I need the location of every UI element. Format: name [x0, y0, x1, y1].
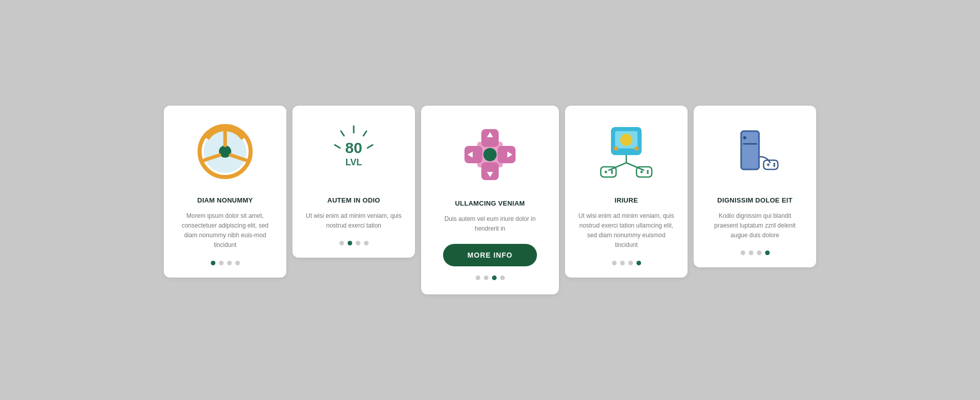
- dot: [211, 261, 215, 265]
- dot: [749, 251, 753, 255]
- svg-line-8: [368, 145, 373, 148]
- card-5-title: DIGNISSIM DOLOE EIT: [717, 196, 792, 204]
- svg-point-27: [634, 146, 639, 151]
- svg-point-35: [611, 172, 613, 174]
- card-2-text: Ut wisi enim ad minim veniam, quis nostr…: [305, 211, 403, 231]
- card-1-dots: [211, 261, 240, 265]
- svg-point-26: [614, 146, 618, 151]
- card-5-dots: [741, 251, 770, 255]
- cards-container: DIAM NONUMMY Morem ipsum dolor sit amet,…: [164, 106, 816, 294]
- card-3: ULLAMCING VENIAM Duis autem vel eum iriu…: [421, 106, 559, 294]
- game-console-network-icon: [596, 121, 657, 182]
- level-icon: 80 LVL: [323, 121, 384, 182]
- card-2-title: AUTEM IN ODIO: [327, 196, 380, 204]
- more-info-button[interactable]: MORE INFO: [443, 244, 537, 266]
- dot: [339, 241, 344, 245]
- dot: [620, 261, 625, 265]
- dot: [500, 276, 505, 280]
- svg-text:80: 80: [345, 139, 362, 156]
- dot: [757, 251, 762, 255]
- dpad-icon: [459, 124, 521, 185]
- card-1: DIAM NONUMMY Morem ipsum dolor sit amet,…: [164, 106, 286, 278]
- svg-rect-14: [481, 129, 499, 147]
- svg-line-10: [363, 131, 366, 136]
- dot: [636, 261, 641, 265]
- dot: [628, 261, 633, 265]
- dot: [492, 276, 497, 280]
- card-2-dots: [339, 241, 369, 245]
- dot: [741, 251, 745, 255]
- dot: [348, 241, 352, 245]
- card-4-text: Ut wisi enim ad minim veniam, quis nostr…: [577, 211, 675, 251]
- card-2: 80 LVL AUTEM IN ODIO Ut wisi enim ad min…: [292, 106, 415, 258]
- svg-rect-16: [464, 146, 482, 163]
- card-4-dots: [612, 261, 641, 265]
- dot: [235, 261, 240, 265]
- svg-text:LVL: LVL: [346, 157, 362, 167]
- svg-line-9: [341, 131, 344, 136]
- dot: [227, 261, 232, 265]
- dot: [219, 261, 224, 265]
- svg-point-39: [647, 170, 649, 172]
- svg-rect-17: [498, 146, 516, 163]
- steering-wheel-icon: [194, 121, 256, 182]
- card-4: IRIURE Ut wisi enim ad minim veniam, qui…: [565, 106, 688, 278]
- svg-point-48: [773, 163, 775, 165]
- dot: [484, 276, 488, 280]
- card-5-text: Kodio dignissim qui blandit praesent lup…: [706, 211, 804, 241]
- card-1-text: Morem ipsum dolor sit amet, consectetuer…: [176, 211, 274, 251]
- dot: [476, 276, 480, 280]
- dot: [612, 261, 617, 265]
- card-5: DIGNISSIM DOLOE EIT Kodio dignissim qui …: [694, 106, 816, 268]
- svg-point-18: [483, 148, 497, 161]
- svg-point-40: [647, 172, 649, 174]
- card-4-title: IRIURE: [615, 196, 638, 204]
- svg-point-49: [773, 165, 775, 167]
- card-3-dots: [476, 276, 505, 280]
- svg-rect-45: [764, 160, 778, 169]
- dot: [364, 241, 369, 245]
- svg-line-7: [335, 145, 340, 148]
- card-1-title: DIAM NONUMMY: [197, 196, 253, 204]
- card-3-text: Duis autem vel eum iriure dolor in hendr…: [433, 214, 547, 234]
- svg-point-34: [611, 170, 613, 172]
- card-3-title: ULLAMCING VENIAM: [455, 199, 525, 207]
- svg-rect-15: [481, 162, 499, 180]
- dot: [356, 241, 360, 245]
- console-box-icon: [724, 121, 786, 182]
- svg-point-25: [620, 134, 632, 146]
- dot: [765, 251, 770, 255]
- svg-point-44: [743, 136, 746, 139]
